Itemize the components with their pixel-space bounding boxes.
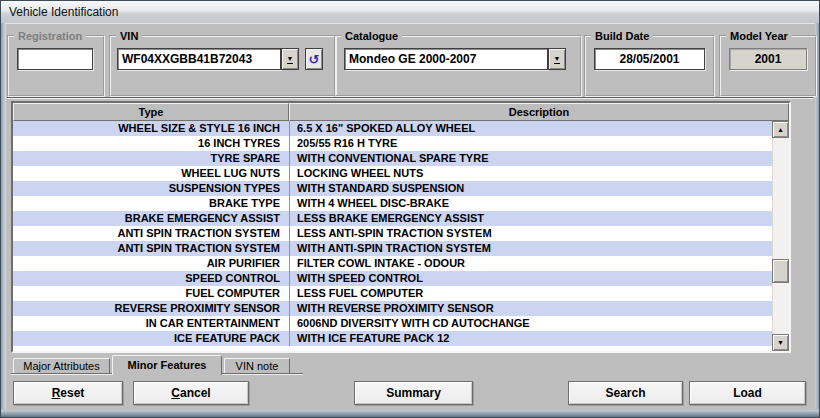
dialog-body: Registration VIN ▼ ↺ Catalogue ▼ Build D… [5,23,815,410]
description-cell: WITH SPEED CONTROL [289,271,772,286]
description-cell: 6.5 X 16" SPOKED ALLOY WHEEL [289,121,772,136]
table-row[interactable]: BRAKE EMERGENCY ASSISTLESS BRAKE EMERGEN… [13,211,772,226]
type-cell: SPEED CONTROL [13,271,289,286]
vin-label: VIN [116,29,142,43]
description-cell: FILTER COWL INTAKE - ODOUR [289,256,772,271]
table-row[interactable]: ICE FEATURE PACKWITH ICE FEATURE PACK 12 [13,331,772,346]
feature-table-body: WHEEL SIZE & STYLE 16 INCH6.5 X 16" SPOK… [13,121,772,351]
table-row[interactable]: SUSPENSION TYPESWITH STANDARD SUSPENSION [13,181,772,196]
reset-button[interactable]: Reset [13,381,123,405]
description-cell: WITH 4 WHEEL DISC-BRAKE [289,196,772,211]
registration-label: Registration [14,29,86,43]
description-cell: WITH ANTI-SPIN TRACTION SYSTEM [289,241,772,256]
description-cell: 205/55 R16 H TYRE [289,136,772,151]
type-cell: REVERSE PROXIMITY SENSOR [13,301,289,316]
vin-undo-button[interactable]: ↺ [305,48,323,70]
catalogue-dropdown-button[interactable]: ▼ [548,48,566,70]
type-cell: WHEEL SIZE & STYLE 16 INCH [13,121,289,136]
catalogue-input[interactable] [344,48,548,70]
description-cell: LESS BRAKE EMERGENCY ASSIST [289,211,772,226]
build-date-group: Build Date [584,35,715,97]
table-header-row: Type Description [13,103,789,121]
type-cell: WHEEL LUG NUTS [13,166,289,181]
description-cell: LESS FUEL COMPUTER [289,286,772,301]
table-row[interactable]: BRAKE TYPEWITH 4 WHEEL DISC-BRAKE [13,196,772,211]
table-row[interactable]: AIR PURIFIERFILTER COWL INTAKE - ODOUR [13,256,772,271]
description-cell: WITH ICE FEATURE PACK 12 [289,331,772,346]
table-row[interactable]: WHEEL LUG NUTSLOCKING WHEEL NUTS [13,166,772,181]
table-row[interactable]: WHEEL SIZE & STYLE 16 INCH6.5 X 16" SPOK… [13,121,772,136]
table-row[interactable]: ANTI SPIN TRACTION SYSTEMLESS ANTI-SPIN … [13,226,772,241]
vin-group: VIN ▼ ↺ [109,35,337,97]
model-year-label: Model Year [726,29,792,43]
vin-input[interactable] [117,48,281,70]
dropdown-arrow-icon: ▼ [554,55,561,64]
table-row[interactable]: REVERSE PROXIMITY SENSORWITH REVERSE PRO… [13,301,772,316]
scroll-up-button[interactable]: ▲ [772,121,789,138]
cancel-button[interactable]: Cancel [133,381,249,405]
window-frame-bottom [1,409,819,417]
catalogue-label: Catalogue [341,29,402,43]
dropdown-arrow-icon: ▼ [287,55,294,64]
scrollbar-thumb[interactable] [772,259,789,283]
scroll-down-arrow-icon: ▼ [777,339,784,346]
type-cell: ANTI SPIN TRACTION SYSTEM [13,226,289,241]
load-button[interactable]: Load [689,381,806,405]
type-cell: ANTI SPIN TRACTION SYSTEM [13,241,289,256]
build-date-input[interactable] [594,48,705,70]
description-cell: WITH CONVENTIONAL SPARE TYRE [289,151,772,166]
table-row[interactable]: TYRE SPAREWITH CONVENTIONAL SPARE TYRE [13,151,772,166]
tab-major-attributes[interactable]: Major Attributes [13,358,110,375]
table-row[interactable]: SPEED CONTROLWITH SPEED CONTROL [13,271,772,286]
table-row[interactable]: FUEL COMPUTERLESS FUEL COMPUTER [13,286,772,301]
type-cell: TYRE SPARE [13,151,289,166]
type-cell: BRAKE EMERGENCY ASSIST [13,211,289,226]
window-title: Vehicle Identification [9,4,118,20]
type-cell: SUSPENSION TYPES [13,181,289,196]
description-cell: WITH REVERSE PROXIMITY SENSOR [289,301,772,316]
scrollbar-track[interactable] [772,138,789,334]
tab-vin-note[interactable]: VIN note [224,358,290,375]
build-date-label: Build Date [591,29,653,43]
tab-minor-features[interactable]: Minor Features [112,355,222,375]
scroll-down-button[interactable]: ▼ [772,334,789,351]
table-row[interactable]: IN CAR ENTERTAINMENT6006ND DIVERSITY WIT… [13,316,772,331]
registration-input[interactable] [17,48,93,70]
type-cell: 16 INCH TYRES [13,136,289,151]
registration-group: Registration [7,35,105,97]
model-year-value: 2001 [729,48,807,70]
description-cell: LOCKING WHEEL NUTS [289,166,772,181]
description-cell: WITH STANDARD SUSPENSION [289,181,772,196]
features-table: Type Description WHEEL SIZE & STYLE 16 I… [11,101,791,353]
description-cell: LESS ANTI-SPIN TRACTION SYSTEM [289,226,772,241]
tab-strip: Major Attributes Minor Features VIN note [11,355,303,375]
type-cell: FUEL COMPUTER [13,286,289,301]
type-column-header: Type [13,103,289,121]
type-cell: BRAKE TYPE [13,196,289,211]
table-row[interactable]: 16 INCH TYRES205/55 R16 H TYRE [13,136,772,151]
type-cell: AIR PURIFIER [13,256,289,271]
description-column-header: Description [289,103,789,121]
table-row[interactable]: ANTI SPIN TRACTION SYSTEMWITH ANTI-SPIN … [13,241,772,256]
vin-dropdown-button[interactable]: ▼ [281,48,299,70]
type-cell: IN CAR ENTERTAINMENT [13,316,289,331]
scroll-up-arrow-icon: ▲ [777,126,784,133]
separator-line [7,97,813,99]
table-vertical-scrollbar[interactable]: ▲ ▼ [772,121,789,351]
title-bar: Vehicle Identification [1,1,819,24]
catalogue-group: Catalogue ▼ [334,35,582,97]
undo-arrow-icon: ↺ [309,53,320,66]
model-year-group: Model Year 2001 [719,35,817,97]
vehicle-identification-window: Vehicle Identification Registration VIN … [0,0,820,418]
summary-button[interactable]: Summary [354,381,473,405]
description-cell: 6006ND DIVERSITY WITH CD AUTOCHANGE [289,316,772,331]
type-cell: ICE FEATURE PACK [13,331,289,346]
search-button[interactable]: Search [568,381,683,405]
